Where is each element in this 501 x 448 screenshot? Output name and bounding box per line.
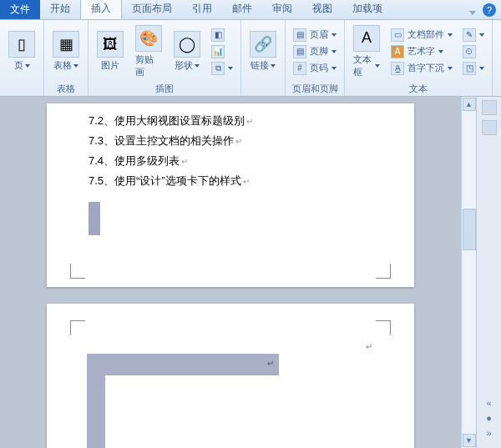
selection-block: ↵ [87, 354, 279, 375]
signature-button[interactable]: ✎ [460, 28, 487, 43]
shapes-button[interactable]: ◯ 形状 [170, 29, 204, 73]
menu-tabs: 文件 开始 插入 页面布局 引用 邮件 审阅 视图 加载项 ? [0, 0, 501, 20]
scroll-down-icon[interactable]: ▼ [463, 434, 476, 447]
screenshot-icon: ⧉ [211, 62, 225, 75]
chart-icon: 📊 [211, 45, 225, 58]
wordart-button[interactable]: A艺术字 [388, 44, 455, 59]
docparts-button[interactable]: ▭文档部件 [388, 28, 455, 43]
page-2[interactable]: ↵ ↵ [47, 304, 414, 448]
doc-line: 7.5、使用“设计”选项卡下的样式↵ [89, 174, 372, 189]
return-mark-icon: ↵ [366, 342, 372, 351]
signature-icon: ✎ [463, 28, 476, 42]
footer-button[interactable]: ▤页脚 [291, 44, 339, 59]
tab-pagelayout[interactable]: 页面布局 [122, 0, 182, 19]
tab-file[interactable]: 文件 [0, 0, 40, 19]
object-button[interactable]: ◳ [460, 61, 487, 76]
doc-line: 7.2、使用大纲视图设置标题级别↵ [89, 113, 372, 128]
pagenumber-button[interactable]: #页码 [291, 61, 339, 76]
chart-button[interactable]: 📊 [209, 44, 235, 59]
smartart-icon: ◧ [211, 28, 225, 42]
tab-insert[interactable]: 插入 [80, 0, 122, 19]
smartart-button[interactable]: ◧ [209, 28, 235, 43]
docparts-icon: ▭ [391, 28, 404, 42]
object-icon: ◳ [463, 62, 476, 75]
picture-button[interactable]: 🖼 图片 [94, 29, 127, 73]
scroll-up-icon[interactable]: ▲ [463, 98, 476, 111]
page-1[interactable]: 7.2、使用大纲视图设置标题级别↵ 7.3、设置主控文档的相关操作↵ 7.4、使… [47, 103, 414, 287]
panel-icon[interactable] [482, 120, 497, 135]
pagenumber-icon: # [293, 62, 306, 75]
tab-references[interactable]: 引用 [182, 0, 222, 19]
shapes-icon: ◯ [174, 31, 200, 58]
group-label-illustrations: 插图 [89, 83, 240, 96]
vertical-scrollbar[interactable]: ▲ ▼ [461, 97, 476, 448]
page-corner-icon [70, 264, 85, 279]
document-workspace: 7.2、使用大纲视图设置标题级别↵ 7.3、设置主控文档的相关操作↵ 7.4、使… [0, 97, 501, 448]
page-corner-icon [376, 264, 391, 279]
page-corner-icon [376, 320, 391, 335]
tab-review[interactable]: 审阅 [262, 0, 302, 19]
minimize-ribbon-icon[interactable] [469, 11, 476, 15]
tab-mail[interactable]: 邮件 [222, 0, 262, 19]
textbox-icon: A [353, 25, 380, 52]
help-icon[interactable]: ? [483, 3, 496, 17]
doc-line: 7.4、使用多级列表↵ [89, 154, 372, 169]
document-scroll[interactable]: 7.2、使用大纲视图设置标题级别↵ 7.3、设置主控文档的相关操作↵ 7.4、使… [0, 97, 461, 448]
group-label-tables: 表格 [44, 83, 88, 96]
clipart-icon: 🎨 [135, 25, 162, 52]
footer-icon: ▤ [293, 45, 306, 58]
header-icon: ▤ [293, 28, 306, 42]
wordart-icon: A [391, 45, 404, 58]
symbol-button[interactable]: Ω 符号 [498, 29, 501, 73]
next-page-icon[interactable]: » [486, 428, 491, 438]
dropcap-icon: A̲ [391, 62, 404, 75]
picture-icon: 🖼 [97, 31, 124, 58]
scroll-thumb[interactable] [463, 209, 476, 250]
group-label-headerfooter: 页眉和页脚 [286, 83, 344, 96]
table-button[interactable]: ▦ 表格 [49, 29, 83, 73]
text-cursor-selection [89, 202, 100, 235]
header-button[interactable]: ▤页眉 [291, 28, 339, 43]
tab-home[interactable]: 开始 [40, 0, 80, 19]
dropcap-button[interactable]: A̲首字下沉 [388, 61, 455, 76]
textbox-button[interactable]: A 文本框 [350, 23, 383, 80]
link-icon: 🔗 [250, 31, 276, 58]
datetime-icon: ⏲ [463, 45, 476, 58]
ribbon: ▯ 页 ▦ 表格 表格 🖼 图片 🎨 剪贴画 ◯ 形状 [0, 20, 501, 97]
panel-icon[interactable] [482, 100, 497, 115]
group-label-text: 文本 [345, 83, 492, 96]
selection-block [87, 375, 105, 448]
clipart-button[interactable]: 🎨 剪贴画 [132, 23, 165, 80]
datetime-button[interactable]: ⏲ [460, 44, 487, 59]
tab-view[interactable]: 视图 [302, 0, 342, 19]
table-icon: ▦ [53, 31, 79, 58]
doc-line: 7.3、设置主控文档的相关操作↵ [89, 133, 372, 148]
prev-page-icon[interactable]: « [486, 398, 491, 408]
page-corner-icon [70, 320, 85, 335]
tab-addins[interactable]: 加载项 [342, 0, 392, 19]
link-button[interactable]: 🔗 链接 [246, 29, 280, 73]
page-button[interactable]: ▯ 页 [5, 29, 38, 73]
browse-object-icon[interactable]: ● [486, 413, 492, 423]
page-icon: ▯ [8, 31, 35, 58]
side-panel: « ● » [476, 97, 501, 448]
screenshot-button[interactable]: ⧉ [209, 61, 235, 76]
